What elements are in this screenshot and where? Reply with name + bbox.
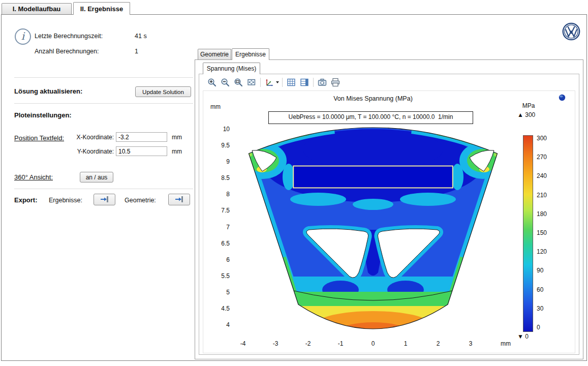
- export-geometry-label: Geometrie:: [125, 197, 156, 204]
- y-tick: 6: [212, 256, 230, 263]
- tab-ergebnisse[interactable]: II. Ergebnisse: [73, 2, 130, 15]
- x-coordinate-unit: mm: [172, 134, 182, 141]
- toolbar-separator: [282, 78, 283, 87]
- tab-modellaufbau[interactable]: I. Modellaufbau: [2, 3, 72, 14]
- legend-icon: [299, 77, 310, 87]
- export-icon: [100, 195, 110, 204]
- export-heading: Export:: [14, 196, 38, 204]
- colorbar-max-label: ▲ 300: [517, 111, 535, 118]
- print-button[interactable]: [329, 76, 342, 88]
- y-tick: 4.5: [212, 305, 230, 312]
- zoom-box-button[interactable]: [232, 76, 245, 88]
- printer-icon: [330, 77, 341, 87]
- y-tick: 8: [212, 191, 230, 198]
- colorbar-unit: MPa: [514, 102, 543, 109]
- colorbar-min-label: ▼ 0: [517, 333, 529, 340]
- last-computation-value: 41 s: [135, 33, 147, 40]
- divider: [14, 189, 193, 189]
- show-grid-button[interactable]: [285, 76, 298, 88]
- y-tick: 5: [212, 289, 230, 296]
- vw-logo-icon: [562, 22, 580, 43]
- stress-contour-plot: [233, 105, 511, 332]
- info-icon: i: [15, 28, 31, 45]
- x-tick: -3: [265, 340, 286, 347]
- colorbar-tick: 60: [537, 286, 543, 293]
- view-orientation-icon: [264, 77, 274, 87]
- colorbar-tick: 180: [537, 210, 547, 218]
- zoom-out-icon: [220, 77, 230, 87]
- floating-window-icon[interactable]: [558, 93, 567, 104]
- grid-icon: [286, 77, 296, 87]
- chevron-down-icon: [276, 81, 279, 83]
- view-360-label: 360° Ansicht:: [14, 173, 53, 181]
- graphics-toolbar: [205, 76, 342, 89]
- colorbar: [523, 135, 533, 332]
- y-axis-unit: mm: [210, 103, 221, 110]
- toggle-360-view-button[interactable]: an / aus: [80, 172, 113, 182]
- camera-icon: [317, 77, 327, 87]
- view-orientation-button[interactable]: [263, 76, 280, 88]
- zoom-extents-icon: [246, 77, 257, 87]
- x-coordinate-input[interactable]: [116, 132, 167, 142]
- graphics-canvas[interactable]: Von Mises Spannung (MPa) mm UebPress = 1…: [203, 90, 575, 353]
- zoom-in-button[interactable]: [205, 76, 219, 88]
- x-axis-unit: mm: [501, 340, 521, 347]
- zoom-box-icon: [233, 77, 243, 87]
- divider: [14, 77, 193, 78]
- x-tick: 0: [363, 340, 383, 347]
- export-results-button[interactable]: [94, 194, 115, 205]
- zoom-out-button[interactable]: [219, 76, 232, 88]
- tab-spannung-mises[interactable]: Spannung (Mises): [203, 63, 260, 74]
- zoom-in-icon: [207, 77, 217, 87]
- colorbar-tick: 120: [537, 248, 547, 255]
- colorbar-tick: 270: [537, 154, 547, 161]
- y-tick: 9.5: [212, 142, 230, 149]
- colorbar-tick: 210: [537, 192, 547, 199]
- export-results-label: Ergebnisse:: [49, 197, 82, 204]
- computation-count-value: 1: [135, 48, 138, 55]
- y-tick: 7: [212, 224, 230, 231]
- tab-geometrie[interactable]: Geometrie: [198, 49, 231, 59]
- y-tick: 8.5: [212, 174, 230, 181]
- colorbar-tick: 0: [537, 324, 540, 331]
- app-window: I. Modellaufbau II. Ergebnisse i Letzte …: [0, 0, 588, 366]
- colorbar-tick: 90: [537, 267, 543, 274]
- tab-ergebnisse-plot[interactable]: Ergebnisse: [232, 48, 269, 60]
- x-tick: -2: [298, 340, 318, 347]
- image-snapshot-button[interactable]: [316, 76, 329, 88]
- x-coordinate-label: X-Koordinate:: [76, 134, 114, 141]
- computation-count-label: Anzahl Berechnungen:: [35, 48, 99, 55]
- info-icon-glyph: i: [21, 31, 24, 41]
- y-tick: 4: [212, 321, 230, 328]
- export-geometry-button[interactable]: [168, 194, 190, 205]
- divider: [14, 103, 193, 104]
- textfield-position-label: Position Textfeld:: [14, 134, 64, 142]
- y-tick: 6.5: [212, 240, 230, 247]
- colorbar-tick: 30: [537, 305, 543, 312]
- x-tick: -1: [330, 340, 351, 347]
- toolbar-separator: [260, 78, 261, 87]
- y-coordinate-label: Y-Koordinate:: [76, 148, 114, 155]
- zoom-extents-button[interactable]: [245, 76, 258, 88]
- export-icon: [174, 195, 184, 204]
- y-tick: 5.5: [212, 272, 230, 280]
- show-legend-button[interactable]: [298, 76, 311, 88]
- update-solution-button[interactable]: Update Solution: [135, 86, 191, 97]
- x-tick: 2: [428, 340, 448, 347]
- toolbar-separator: [313, 78, 314, 87]
- colorbar-tick: 150: [537, 229, 547, 236]
- y-tick: 7.5: [212, 207, 230, 214]
- plot-title: Von Mises Spannung (MPa): [246, 95, 500, 102]
- y-coordinate-input[interactable]: [116, 146, 167, 156]
- colorbar-tick: 240: [537, 172, 547, 179]
- colorbar-tick: 300: [537, 135, 547, 142]
- y-tick: 9: [212, 158, 230, 165]
- x-tick: 3: [460, 340, 481, 347]
- last-computation-label: Letzte Berechnungszeit:: [35, 33, 103, 40]
- y-tick: 10: [212, 126, 230, 133]
- y-coordinate-unit: mm: [172, 148, 182, 155]
- x-tick: -4: [233, 340, 253, 347]
- plot-settings-heading: Ploteinstellungen:: [14, 111, 72, 119]
- x-tick: 1: [395, 340, 416, 347]
- update-solution-label: Lösung aktualisieren:: [14, 87, 82, 95]
